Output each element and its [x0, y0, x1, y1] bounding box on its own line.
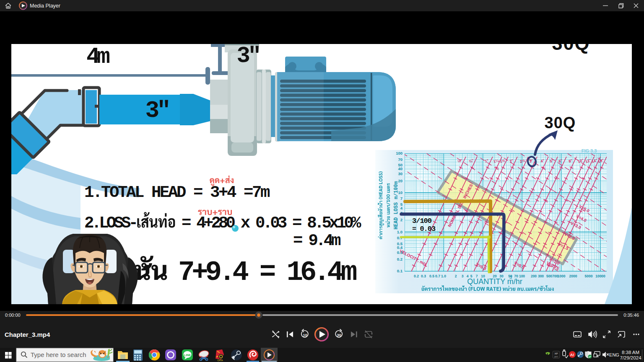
svg-text:30: 30 — [337, 333, 341, 337]
svg-text:4m: 4m — [86, 44, 109, 70]
svg-text:= 0.03: = 0.03 — [412, 225, 436, 233]
svg-text:4: 4 — [400, 206, 403, 210]
svg-text:300: 300 — [538, 274, 544, 278]
svg-text:200: 200 — [531, 274, 537, 278]
svg-text:5000: 5000 — [585, 274, 593, 278]
svg-text:10000: 10000 — [595, 274, 605, 278]
svg-text:7: 7 — [400, 196, 402, 201]
svg-text:7+9.4 = 16.4m: 7+9.4 = 16.4m — [178, 257, 357, 288]
svg-text:FIG 3.3: FIG 3.3 — [582, 148, 597, 153]
svg-text:0.2: 0.2 — [397, 257, 402, 261]
svg-text:2: 2 — [455, 274, 457, 278]
svg-text:1000: 1000 — [558, 274, 566, 278]
svg-text:1.0: 1.0 — [397, 230, 402, 234]
svg-text:= 9.4m: = 9.4m — [293, 232, 340, 250]
svg-text:0:35:46: 0:35:46 — [623, 313, 639, 318]
svg-text:70: 70 — [398, 157, 402, 162]
svg-text:2: 2 — [400, 217, 402, 222]
svg-text:0.3: 0.3 — [421, 274, 426, 278]
svg-text:100: 100 — [396, 151, 402, 155]
svg-text:1.TOTAL HEAD = 3+4 =7m: 1.TOTAL HEAD = 3+4 =7m — [84, 184, 270, 202]
svg-text:= 4+280 x 0.03 = 8.5x10%: = 4+280 x 0.03 = 8.5x10% — [182, 214, 361, 233]
svg-text:Type here to search: Type here to search — [31, 351, 86, 358]
svg-text:0.3: 0.3 — [397, 250, 402, 255]
svg-text:2000: 2000 — [569, 274, 577, 278]
svg-text:1.0: 1.0 — [441, 274, 446, 278]
svg-text:30: 30 — [398, 171, 402, 176]
svg-text:10: 10 — [303, 333, 307, 337]
svg-text:Chapter_3.mp4: Chapter_3.mp4 — [5, 331, 50, 338]
svg-text:0.4: 0.4 — [397, 245, 403, 250]
svg-text:3/100: 3/100 — [412, 217, 432, 225]
svg-text:QUANTITY m/hr: QUANTITY m/hr — [467, 277, 522, 286]
svg-text:3: 3 — [509, 275, 512, 280]
svg-text:30Q: 30Q — [545, 114, 576, 132]
svg-text:XP: XP — [554, 352, 558, 355]
svg-text:500: 500 — [546, 274, 552, 278]
svg-text:LINE: LINE — [184, 354, 191, 357]
svg-text:CATIA: CATIA — [218, 359, 223, 362]
svg-text:HEAD LOSS m/100m: HEAD LOSS m/100m — [393, 181, 399, 229]
svg-text:pen: pen — [554, 355, 558, 358]
svg-text:40: 40 — [398, 166, 402, 171]
svg-text:3": 3" — [145, 97, 168, 124]
svg-text:3: 3 — [462, 274, 464, 278]
svg-text:ENG: ENG — [609, 352, 619, 357]
svg-text:7/29/2024: 7/29/2024 — [620, 355, 641, 360]
svg-text:0.2: 0.2 — [414, 274, 419, 278]
svg-text:0.5: 0.5 — [429, 274, 434, 278]
svg-text:8:38 AM: 8:38 AM — [622, 350, 639, 355]
svg-text:A!: A! — [570, 353, 574, 357]
svg-text:30Q: 30Q — [552, 44, 590, 54]
svg-text:0.7: 0.7 — [435, 274, 440, 278]
svg-text:0:00:00: 0:00:00 — [5, 313, 21, 318]
svg-text:2.LOSS-: 2.LOSS- — [84, 214, 136, 233]
svg-text:3": 3" — [237, 44, 259, 69]
svg-text:Media Player: Media Player — [30, 3, 60, 9]
svg-text:0.1: 0.1 — [397, 269, 403, 273]
